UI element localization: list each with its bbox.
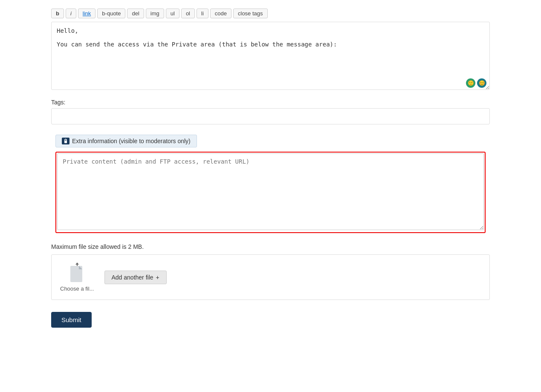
emoji-icon-teal[interactable]: 😊 [477, 78, 486, 88]
emoji-icon-green[interactable]: 🙂 [466, 78, 475, 88]
del-button[interactable]: del [127, 9, 144, 18]
ol-button[interactable]: ol [181, 9, 195, 18]
file-chooser-label: Choose a fil... [60, 285, 94, 292]
add-file-button-label: Add another file [112, 274, 153, 281]
extra-info-header-text: Extra information (visible to moderators… [72, 138, 191, 144]
ul-button[interactable]: ul [166, 9, 179, 18]
extra-info-section: Extra information (visible to moderators… [51, 135, 490, 233]
bquote-button[interactable]: b-quote [97, 9, 125, 18]
tags-section: Tags: [51, 99, 490, 124]
close-tags-button[interactable]: close tags [233, 9, 268, 18]
add-another-file-button[interactable]: Add another file + [104, 271, 167, 284]
file-size-note: Maximum file size allowed is 2 MB. [51, 243, 490, 250]
submit-button[interactable]: Submit [51, 312, 92, 328]
li-button[interactable]: li [197, 9, 208, 18]
img-button[interactable]: img [146, 9, 164, 18]
extra-info-header: Extra information (visible to moderators… [55, 135, 197, 147]
emoji-icons-group: 🙂 😊 [466, 78, 486, 88]
italic-button[interactable]: i [66, 9, 76, 18]
submit-section: Submit [51, 312, 490, 328]
plus-icon: + [156, 274, 159, 281]
code-button[interactable]: code [210, 9, 231, 18]
file-upload-section: Maximum file size allowed is 2 MB. Choos… [51, 243, 490, 300]
private-content-textarea[interactable] [57, 153, 484, 230]
lock-icon [62, 138, 69, 144]
tags-input[interactable] [51, 108, 490, 124]
file-chooser[interactable]: Choose a fil... [60, 262, 94, 292]
private-textarea-wrapper [55, 152, 486, 233]
file-upload-area: Choose a fil... Add another file + [51, 254, 490, 300]
reply-textarea[interactable]: Hello, You can send the access via the P… [51, 22, 490, 90]
svg-rect-0 [64, 141, 67, 143]
svg-marker-3 [75, 262, 79, 265]
tags-label: Tags: [51, 99, 490, 106]
reply-textarea-wrapper: Hello, You can send the access via the P… [51, 22, 490, 91]
link-button[interactable]: link [78, 9, 96, 18]
file-upload-icon [69, 262, 86, 283]
bold-button[interactable]: b [51, 9, 64, 18]
formatting-toolbar: b i link b-quote del img ul ol li code c… [51, 9, 490, 18]
